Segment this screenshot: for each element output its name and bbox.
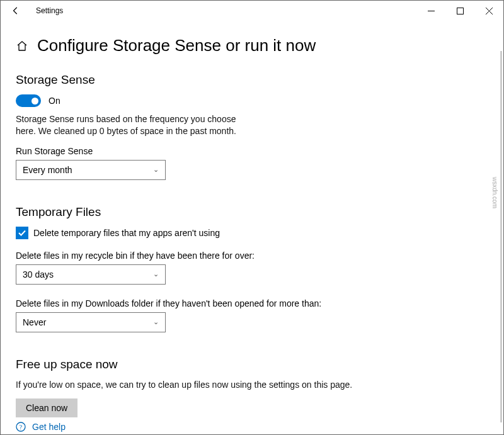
maximize-button[interactable] xyxy=(445,1,474,21)
chevron-down-icon: ⌄ xyxy=(153,166,159,174)
run-storage-value: Every month xyxy=(23,165,72,175)
chevron-down-icon: ⌄ xyxy=(153,270,159,278)
storage-sense-description: Storage Sense runs based on the frequenc… xyxy=(16,113,249,137)
downloads-label: Delete files in my Downloads folder if t… xyxy=(16,298,488,308)
minimize-icon xyxy=(428,8,435,14)
close-button[interactable] xyxy=(474,1,503,21)
close-icon xyxy=(486,8,493,14)
chevron-down-icon: ⌄ xyxy=(153,318,159,326)
home-icon[interactable] xyxy=(16,40,28,52)
content: Configure Storage Sense or run it now St… xyxy=(1,21,503,417)
page-header: Configure Storage Sense or run it now xyxy=(16,36,488,55)
svg-text:?: ? xyxy=(20,424,23,431)
back-button[interactable] xyxy=(6,1,26,21)
titlebar: Settings xyxy=(1,1,503,21)
recycle-bin-field: Delete files in my recycle bin if they h… xyxy=(16,251,488,285)
page-title: Configure Storage Sense or run it now xyxy=(37,36,316,55)
storage-sense-section: Storage Sense On Storage Sense runs base… xyxy=(16,73,488,180)
get-help-link[interactable]: Get help xyxy=(32,422,66,432)
delete-temp-row: Delete temporary files that my apps aren… xyxy=(16,227,488,239)
storage-sense-toggle-label: On xyxy=(49,96,60,106)
storage-sense-heading: Storage Sense xyxy=(16,73,488,87)
checkmark-icon xyxy=(18,229,26,237)
run-storage-label: Run Storage Sense xyxy=(16,146,488,156)
downloads-dropdown[interactable]: Never ⌄ xyxy=(16,312,166,332)
free-up-description: If you're low on space, we can try to cl… xyxy=(16,379,394,391)
temporary-files-heading: Temporary Files xyxy=(16,205,488,219)
help-icon: ? xyxy=(16,422,26,432)
storage-sense-toggle[interactable] xyxy=(16,94,41,107)
recycle-bin-dropdown[interactable]: 30 days ⌄ xyxy=(16,264,166,285)
temporary-files-section: Temporary Files Delete temporary files t… xyxy=(16,205,488,332)
watermark: wsxdn.com xyxy=(491,177,498,208)
downloads-field: Delete files in my Downloads folder if t… xyxy=(16,298,488,332)
window-title: Settings xyxy=(36,6,63,15)
maximize-icon xyxy=(457,8,464,14)
free-up-heading: Free up space now xyxy=(16,358,488,371)
window-controls xyxy=(416,1,503,21)
free-up-section: Free up space now If you're low on space… xyxy=(16,358,488,417)
clean-now-button[interactable]: Clean now xyxy=(16,398,77,417)
help-row: ? Get help xyxy=(16,422,66,432)
delete-temp-label: Delete temporary files that my apps aren… xyxy=(33,228,220,238)
downloads-value: Never xyxy=(23,317,46,327)
delete-temp-checkbox[interactable] xyxy=(16,227,28,239)
recycle-bin-value: 30 days xyxy=(23,269,54,280)
recycle-bin-label: Delete files in my recycle bin if they h… xyxy=(16,251,488,261)
arrow-left-icon xyxy=(11,6,20,15)
minimize-button[interactable] xyxy=(416,1,445,21)
scrollbar[interactable] xyxy=(500,51,502,422)
run-storage-dropdown[interactable]: Every month ⌄ xyxy=(16,160,166,180)
svg-rect-1 xyxy=(457,8,463,14)
storage-sense-toggle-row: On xyxy=(16,94,488,107)
